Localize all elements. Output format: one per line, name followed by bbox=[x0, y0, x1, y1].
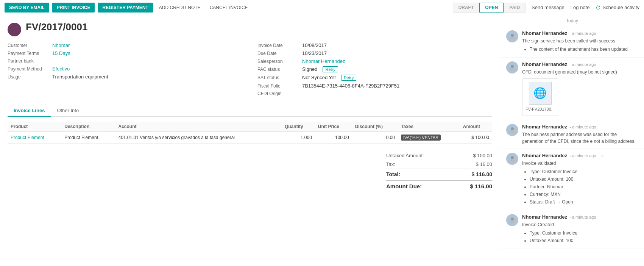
cell-account: 401.01.01 Ventas y/o servicios gravados … bbox=[115, 132, 282, 144]
col-account: Account bbox=[115, 122, 282, 132]
col-description: Description bbox=[61, 122, 115, 132]
schedule-activity-link[interactable]: ⏱ Schedule activity bbox=[596, 5, 639, 11]
fiscal-folio-value: 7B13544E-7315-4406-8F4A-F29B2F729F51 bbox=[302, 83, 399, 89]
msg-time: - a minute ago bbox=[569, 153, 596, 158]
invoice-table: Product Description Account Quantity Uni… bbox=[8, 122, 492, 144]
col-taxes: Taxes bbox=[398, 122, 460, 132]
tab-invoice-lines[interactable]: Invoice Lines bbox=[8, 105, 51, 117]
fiscal-folio-row: Fiscal Folio 7B13544E-7315-4406-8F4A-F29… bbox=[257, 83, 492, 89]
msg-content: Nhomar Hernandez - a minute ago ☆ Invoic… bbox=[522, 153, 638, 206]
bullet-item: Type: Customer Invoice bbox=[530, 230, 638, 236]
toolbar-right: DRAFT OPEN PAID Send message Log note ⏱ … bbox=[450, 3, 639, 13]
msg-time: - a minute ago bbox=[569, 215, 596, 219]
svg-point-0 bbox=[511, 34, 514, 37]
invoice-date-row: Invoice Date 10/08/2017 bbox=[257, 42, 492, 48]
msg-time: - a minute ago bbox=[569, 31, 596, 36]
status-draft[interactable]: DRAFT bbox=[453, 3, 480, 13]
message-item: Nhomar Hernandez - a minute ago CFDI doc… bbox=[500, 58, 644, 120]
bullet-item: Type: Customer Invoice bbox=[530, 168, 638, 175]
amount-due-row: Amount Due: $ 116.00 bbox=[386, 180, 492, 191]
chatter-messages: Nhomar Hernandez - a minute ago The sign… bbox=[500, 27, 644, 249]
cancel-invoice-button[interactable]: CANCEL INVOICE bbox=[207, 3, 251, 12]
main-layout: FV/2017/0001 Customer Nhomar Payment Ter… bbox=[0, 15, 644, 266]
msg-author: Nhomar Hernandez bbox=[522, 61, 567, 67]
msg-avatar bbox=[506, 124, 518, 136]
salesperson-value[interactable]: Nhomar Hernandez bbox=[302, 58, 345, 64]
table-row[interactable]: Product Element Product Element 401.01.0… bbox=[8, 132, 492, 144]
invoice-date-value: 10/08/2017 bbox=[302, 42, 327, 48]
attachment-box[interactable]: 🌐 FV-FV201700... bbox=[522, 78, 558, 116]
form-col-left: Customer Nhomar Payment Terms 15 Days Pa… bbox=[8, 42, 242, 99]
log-note-link[interactable]: Log note bbox=[571, 5, 590, 10]
totals-table: Untaxed Amount: $ 100.00 Tax: $ 16.00 To… bbox=[386, 151, 492, 191]
tabs-bar: Invoice Lines Other Info bbox=[8, 105, 492, 117]
clock-icon: ⏱ bbox=[596, 5, 601, 11]
cell-discount: 0.00 bbox=[352, 132, 398, 144]
status-paid[interactable]: PAID bbox=[504, 3, 525, 13]
msg-text: CFDI document generated (may be not sign… bbox=[522, 69, 638, 116]
msg-content: Nhomar Hernandez - a minute ago Invoice … bbox=[522, 214, 638, 245]
total-label: Total: bbox=[386, 171, 400, 177]
customer-label: Customer bbox=[8, 43, 49, 48]
payment-method-row: Payment Method Efectivo bbox=[8, 66, 242, 72]
col-amount: Amount bbox=[460, 122, 492, 132]
msg-avatar bbox=[506, 61, 518, 74]
msg-avatar bbox=[506, 153, 518, 165]
customer-row: Customer Nhomar bbox=[8, 42, 242, 48]
msg-author: Nhomar Hernandez bbox=[522, 153, 567, 158]
tab-other-info[interactable]: Other Info bbox=[51, 105, 85, 117]
usage-label: Usage bbox=[8, 74, 49, 80]
sat-status-value: Not Synced Yet bbox=[302, 75, 336, 80]
tax-badge: IVA(16%) VENTAS bbox=[401, 135, 441, 141]
send-email-button[interactable]: SEND BY EMAIL bbox=[5, 3, 49, 13]
attachment-name: FV-FV201700... bbox=[525, 106, 555, 113]
pac-status-label: PAC status bbox=[257, 67, 299, 72]
msg-header: Nhomar Hernandez - a minute ago ☆ bbox=[522, 153, 638, 158]
star-icon[interactable]: ☆ bbox=[600, 153, 605, 158]
payment-terms-value[interactable]: 15 Days bbox=[52, 50, 70, 56]
untaxed-label: Untaxed Amount: bbox=[386, 153, 424, 158]
tax-label: Tax: bbox=[386, 161, 395, 167]
svg-point-3 bbox=[511, 156, 514, 159]
amount-due-value: $ 116.00 bbox=[470, 183, 492, 189]
svg-point-4 bbox=[511, 217, 514, 221]
untaxed-row: Untaxed Amount: $ 100.00 bbox=[386, 151, 492, 160]
partner-bank-row: Partner bank bbox=[8, 58, 242, 64]
msg-text: The business partner address was used fo… bbox=[522, 131, 638, 145]
cfdi-origin-label: CFDI Origin bbox=[257, 91, 299, 96]
cell-product: Product Element bbox=[8, 132, 61, 144]
svg-point-1 bbox=[511, 65, 514, 68]
msg-header: Nhomar Hernandez - a minute ago bbox=[522, 61, 638, 67]
payment-method-value[interactable]: Efectivo bbox=[52, 66, 70, 72]
add-credit-note-button[interactable]: ADD CREDIT NOTE bbox=[156, 3, 204, 12]
pac-retry-button[interactable]: Retry bbox=[323, 66, 338, 72]
form-section: Customer Nhomar Payment Terms 15 Days Pa… bbox=[8, 42, 492, 99]
print-invoice-button[interactable]: PRINT INVOICE bbox=[52, 3, 95, 13]
schedule-activity-label: Schedule activity bbox=[602, 5, 639, 10]
register-payment-button[interactable]: REGISTER PAYMENT bbox=[98, 3, 153, 13]
msg-header: Nhomar Hernandez - a minute ago bbox=[522, 30, 638, 36]
sat-status-label: SAT status bbox=[257, 75, 299, 80]
message-item: Nhomar Hernandez - a minute ago The sign… bbox=[500, 27, 644, 58]
tax-value: $ 16.00 bbox=[476, 161, 492, 167]
cfdi-origin-row: CFDI Origin bbox=[257, 91, 492, 96]
status-tabs: DRAFT OPEN PAID bbox=[453, 3, 525, 13]
table-header-row: Product Description Account Quantity Uni… bbox=[8, 122, 492, 132]
customer-value[interactable]: Nhomar bbox=[52, 42, 70, 48]
toolbar: SEND BY EMAIL PRINT INVOICE REGISTER PAY… bbox=[0, 0, 644, 15]
due-date-label: Due Date bbox=[257, 51, 299, 56]
status-open[interactable]: OPEN bbox=[479, 3, 504, 13]
salesperson-label: Salesperson bbox=[257, 59, 299, 64]
send-message-link[interactable]: Send message bbox=[532, 5, 564, 10]
payment-method-label: Payment Method bbox=[8, 66, 49, 72]
payment-terms-label: Payment Terms bbox=[8, 51, 49, 56]
msg-author: Nhomar Hernandez bbox=[522, 30, 567, 36]
payment-terms-row: Payment Terms 15 Days bbox=[8, 50, 242, 56]
cell-taxes: IVA(16%) VENTAS bbox=[398, 132, 460, 144]
chatter-date-divider: Today bbox=[500, 15, 644, 27]
bullet-item: Currency: MXN bbox=[530, 191, 638, 198]
due-date-row: Due Date 10/23/2017 bbox=[257, 50, 492, 56]
usage-row: Usage Transportation equipment bbox=[8, 74, 242, 80]
bullet-item: The content of the attachment has been u… bbox=[530, 46, 638, 53]
sat-retry-button[interactable]: Retry bbox=[341, 75, 356, 81]
